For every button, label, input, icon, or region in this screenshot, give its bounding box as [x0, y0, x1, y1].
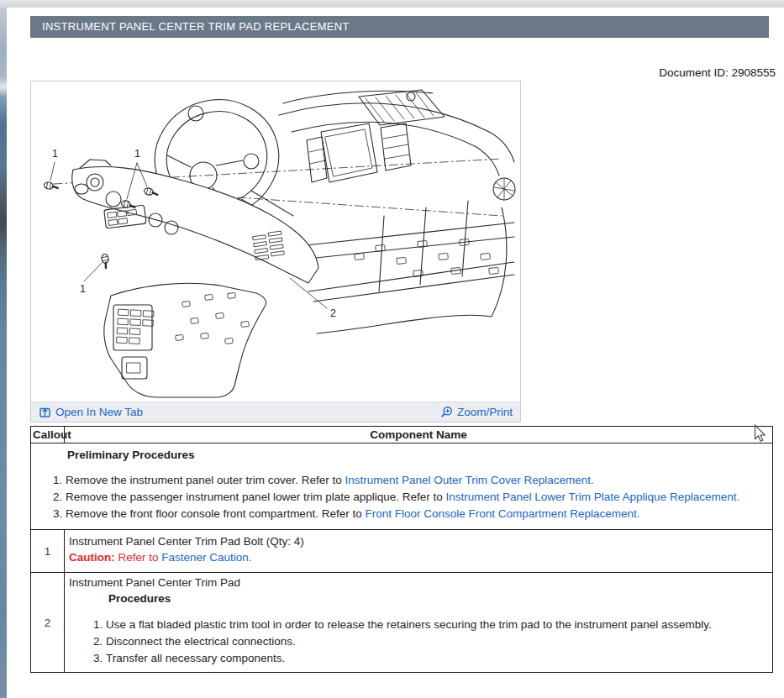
fastener-caution-link[interactable]: Fastener Caution. — [161, 551, 251, 564]
preliminary-step: Remove the passenger instrument panel lo… — [66, 489, 767, 506]
vehicle-parts-diagram: 1 1 1 2 — [31, 81, 520, 401]
defroster-vent — [359, 90, 445, 125]
procedures-list: Use a flat bladed plastic trim tool in o… — [69, 617, 769, 667]
component-name-column-header: Component Name — [65, 427, 772, 443]
procedure-step: Use a flat bladed plastic trim tool in o… — [106, 617, 769, 633]
component-title: Instrument Panel Center Trim Pad — [69, 575, 769, 590]
table-row-bolt: 1 Instrument Panel Center Trim Pad Bolt … — [31, 530, 772, 573]
preliminary-procedures-heading: Preliminary Procedures — [67, 447, 767, 464]
trim-pad-part — [72, 160, 318, 283]
table-row-trim-pad: 2 Instrument Panel Center Trim Pad Proce… — [31, 573, 772, 672]
step-text: Remove the instrument panel outer trim c… — [66, 474, 345, 486]
procedure-step: Disconnect the electrical connections. — [106, 633, 769, 650]
table-header-row: Callout Component Name — [31, 427, 772, 443]
open-in-new-tab-link[interactable]: Open In New Tab — [39, 406, 143, 418]
reference-link[interactable]: Instrument Panel Outer Trim Cover Replac… — [345, 474, 593, 486]
callout-column-header: Callout — [31, 427, 65, 443]
caution-text: Refer to — [115, 551, 162, 564]
callout-label-2: 2 — [330, 307, 336, 319]
procedure-step: Transfer all necessary components. — [106, 650, 769, 667]
preliminary-procedures-row: Preliminary Procedures Remove the instru… — [31, 443, 772, 530]
callout-label-1b: 1 — [134, 148, 140, 160]
step-text: Remove the passenger instrument panel lo… — [66, 491, 446, 503]
center-stack-screen — [307, 123, 411, 182]
caution-line: Caution: Refer to Fastener Caution. — [69, 549, 769, 565]
figure-toolbar: Open In New Tab Zoom/Print — [31, 401, 520, 422]
step-text: Remove the front floor console front com… — [66, 507, 365, 520]
callout-label-1a: 1 — [52, 148, 58, 160]
callout-number: 1 — [31, 530, 65, 572]
component-title: Instrument Panel Center Trim Pad Bolt (Q… — [69, 533, 769, 549]
preliminary-procedures-cell: Preliminary Procedures Remove the instru… — [31, 443, 772, 530]
procedures-heading: Procedures — [108, 591, 769, 606]
reference-link[interactable]: Front Floor Console Front Compartment Re… — [365, 507, 639, 520]
callout-number: 2 — [31, 573, 65, 672]
trim-pad-component-cell: Instrument Panel Center Trim Pad Procedu… — [65, 573, 772, 672]
preliminary-step: Remove the instrument panel outer trim c… — [66, 472, 767, 489]
document-id: Document ID: 2908555 — [659, 66, 776, 79]
background-window-sliver — [0, 8, 7, 698]
zoom-print-label: Zoom/Print — [457, 406, 513, 418]
callout-label-1c: 1 — [80, 283, 86, 295]
reference-link[interactable]: Instrument Panel Lower Trim Plate Appliq… — [446, 491, 740, 503]
zoom-print-link[interactable]: Zoom/Print — [440, 406, 513, 418]
figure-frame: 1 1 1 2 Open In New Tab Zoom/Print — [30, 81, 521, 422]
preliminary-procedures-list: Remove the instrument panel outer trim c… — [31, 472, 767, 522]
open-in-new-tab-label: Open In New Tab — [55, 406, 143, 418]
figure-canvas: 1 1 1 2 — [31, 81, 520, 401]
open-in-new-tab-icon — [39, 406, 51, 418]
center-console — [104, 283, 266, 397]
preliminary-step: Remove the front floor console front com… — [66, 506, 767, 522]
zoom-magnifier-icon — [440, 406, 453, 418]
page-title: INSTRUMENT PANEL CENTER TRIM PAD REPLACE… — [30, 16, 769, 38]
caution-label: Caution: — [69, 551, 115, 564]
callout-component-table: Callout Component Name Preliminary Proce… — [30, 426, 773, 673]
window-top-strip — [0, 0, 784, 8]
bolt-component-cell: Instrument Panel Center Trim Pad Bolt (Q… — [65, 530, 772, 572]
